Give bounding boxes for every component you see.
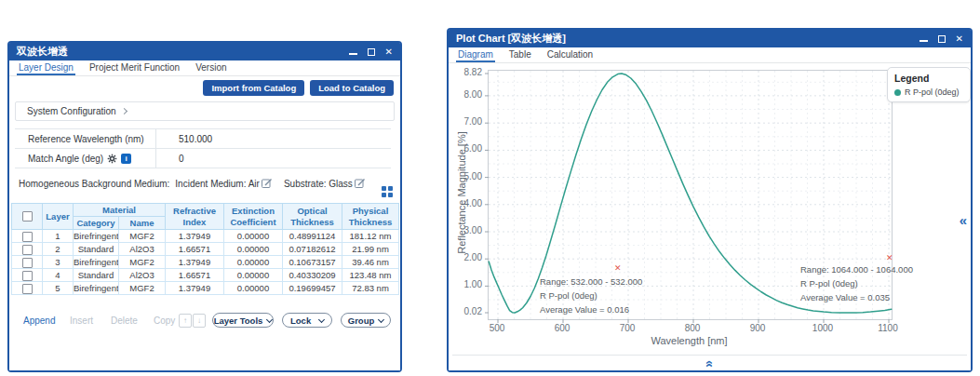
- minimize-icon[interactable]: [349, 53, 357, 55]
- chart-annotation: ✕Range: 532.000 - 532.000R P-pol (0deg)A…: [540, 275, 642, 316]
- x-tick-label: 1100: [874, 323, 902, 333]
- system-configuration-label: System Configuration: [27, 106, 116, 116]
- select-all-header: [12, 204, 43, 230]
- col-category: Category: [74, 217, 119, 230]
- plot-chart-window: Plot Chart [双波长增透] ✕ Diagram Table Calcu…: [447, 28, 973, 372]
- col-name: Name: [119, 217, 166, 230]
- tab-diagram[interactable]: Diagram: [456, 49, 495, 62]
- background-medium-line: Homogeneous Background Medium: Incident …: [19, 178, 368, 189]
- y-tick-label: 2.00: [452, 252, 482, 262]
- reference-wavelength-value[interactable]: 510.000: [156, 134, 212, 144]
- table-row[interactable]: 2Standard Al2O31.66571 0.000000.07182612…: [12, 243, 399, 256]
- insert-button[interactable]: Insert: [70, 316, 93, 326]
- config-rows: Reference Wavelength (nm) 510.000 Match …: [15, 128, 391, 168]
- col-material: Material: [74, 204, 166, 217]
- move-up-icon[interactable]: ↑: [179, 314, 192, 328]
- chevron-down-icon: [266, 316, 273, 322]
- window-title: 双波长增透: [17, 45, 349, 59]
- divider: [452, 355, 967, 356]
- left-titlebar: 双波长增透 ✕: [9, 43, 400, 60]
- y-tick-label: 0.02: [452, 306, 482, 316]
- x-tick-label: 600: [548, 323, 576, 333]
- y-tick-label: 7.00: [452, 116, 482, 127]
- annotation-marker-icon[interactable]: ✕: [886, 251, 893, 265]
- annotation-line: Range: 1064.000 - 1064.000: [800, 262, 913, 276]
- move-down-icon[interactable]: ↓: [193, 314, 206, 328]
- table-row[interactable]: 4Standard Al2O31.66571 0.000000.40330209…: [12, 269, 399, 282]
- x-tick-label: 900: [744, 323, 772, 333]
- col-refractive-index: Refractive Index: [166, 204, 224, 230]
- series-color-dot: [894, 89, 901, 96]
- row-checkbox[interactable]: [22, 232, 33, 242]
- table-row[interactable]: 1Birefringent MGF21.37949 0.000000.48991…: [12, 230, 399, 243]
- legend-title: Legend: [894, 73, 963, 84]
- system-configuration-header[interactable]: System Configuration: [15, 101, 395, 121]
- tab-table[interactable]: Table: [507, 49, 533, 62]
- background-medium-prefix: Homogeneous Background Medium:: [19, 179, 169, 189]
- layer-tools-dropdown[interactable]: Layer Tools: [212, 313, 274, 328]
- x-tick-label: 800: [678, 323, 706, 333]
- annotation-line: Average Value = 0.016: [540, 302, 642, 316]
- tab-layer-design[interactable]: Layer Design: [17, 62, 75, 75]
- left-tab-bar: Layer Design Project Merit Function Vers…: [9, 60, 400, 76]
- select-all-checkbox[interactable]: [22, 211, 33, 222]
- group-dropdown[interactable]: Group: [341, 313, 391, 328]
- layer-table: Layer Material Refractive Index Extincti…: [11, 203, 399, 295]
- legend-item: R P-pol (0deg): [894, 87, 963, 97]
- close-icon[interactable]: ✕: [385, 47, 393, 57]
- copy-button[interactable]: Copy: [154, 316, 175, 326]
- col-physical-thickness: Physical Thickness: [342, 204, 399, 230]
- annotation-line: Average Value = 0.035: [800, 290, 913, 304]
- table-settings-icon[interactable]: [382, 186, 394, 198]
- load-to-catalog-button[interactable]: Load to Catalog: [310, 80, 394, 96]
- y-tick-label: 8.00: [452, 89, 482, 100]
- lock-dropdown[interactable]: Lock: [282, 313, 332, 328]
- maximize-icon[interactable]: [938, 35, 946, 43]
- catalog-button-row: Import from Catalog Load to Catalog: [203, 80, 394, 96]
- expand-up-icon[interactable]: «: [703, 360, 718, 368]
- delete-button[interactable]: Delete: [111, 316, 138, 326]
- tab-project-merit-function[interactable]: Project Merit Function: [87, 62, 181, 75]
- row-checkbox[interactable]: [22, 284, 33, 294]
- append-button[interactable]: Append: [23, 316, 55, 326]
- chevron-right-icon: [121, 108, 128, 114]
- table-row[interactable]: 3Birefringent MGF21.37949 0.000000.10673…: [12, 256, 399, 269]
- row-checkbox[interactable]: [22, 258, 33, 268]
- edit-substrate-icon[interactable]: [355, 178, 366, 189]
- row-checkbox[interactable]: [22, 245, 33, 255]
- right-titlebar: Plot Chart [双波长增透] ✕: [449, 30, 971, 47]
- import-from-catalog-button[interactable]: Import from Catalog: [203, 80, 304, 96]
- col-extinction-coefficient: Extinction Coefficient: [224, 204, 283, 230]
- right-tab-bar: Diagram Table Calculation: [449, 47, 971, 63]
- chart-annotation: ✕Range: 1064.000 - 1064.000R P-pol (0deg…: [800, 262, 913, 304]
- match-angle-label: Match Angle (deg): [28, 154, 103, 164]
- match-angle-value[interactable]: 0: [156, 154, 184, 164]
- maximize-icon[interactable]: [368, 48, 375, 56]
- match-angle-row: Match Angle (deg) i: [15, 149, 391, 168]
- minimize-icon[interactable]: [920, 40, 928, 42]
- chart-area: Diagram Table Calculation Wavelength [nm…: [449, 47, 971, 370]
- y-tick-label: 3.00: [452, 225, 482, 235]
- tab-version[interactable]: Version: [194, 62, 228, 75]
- reference-wavelength-row: Reference Wavelength (nm) 510.000: [15, 129, 391, 149]
- info-icon[interactable]: i: [121, 154, 131, 164]
- y-tick-label: 5.00: [452, 171, 482, 181]
- annotation-marker-icon[interactable]: ✕: [614, 262, 622, 275]
- x-tick-label: 1000: [809, 323, 837, 333]
- gear-icon[interactable]: [107, 154, 117, 164]
- tab-calculation[interactable]: Calculation: [545, 49, 595, 62]
- row-checkbox[interactable]: [22, 271, 33, 281]
- edit-incident-medium-icon[interactable]: [262, 178, 273, 189]
- window-title: Plot Chart [双波长增透]: [456, 32, 920, 46]
- collapse-panel-icon[interactable]: «: [960, 212, 967, 228]
- annotation-line: Range: 532.000 - 532.000: [540, 275, 642, 289]
- x-axis-label: Wavelength [nm]: [488, 335, 891, 346]
- substrate-label: Substrate: Glass: [284, 179, 353, 189]
- table-row[interactable]: 5Birefringent MGF21.37949 0.000000.19699…: [12, 282, 399, 295]
- close-icon[interactable]: ✕: [956, 34, 963, 44]
- col-layer: Layer: [43, 204, 74, 230]
- desktop: 双波长增透 ✕ Layer Design Project Merit Funct…: [0, 0, 980, 376]
- x-tick-label: 500: [483, 323, 511, 333]
- reference-wavelength-label: Reference Wavelength (nm): [28, 134, 144, 144]
- chart-legend: Legend R P-pol (0deg): [887, 67, 971, 102]
